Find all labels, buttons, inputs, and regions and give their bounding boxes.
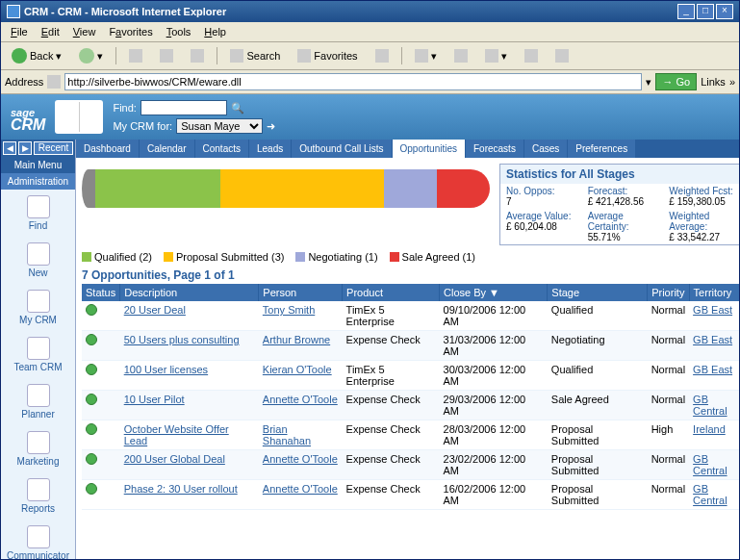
tab-leads[interactable]: Leads [249,140,292,158]
territory-link[interactable]: Ireland [693,423,726,435]
person-link[interactable]: Annette O'Toole [263,483,338,495]
table-row: Phase 2: 30 User rolloutAnnette O'TooleE… [82,480,739,510]
desc-link[interactable]: 50 Users plus consulting [124,334,240,345]
nav-item-my-crm[interactable]: My CRM [1,284,75,331]
nav-item-communicator[interactable]: Communicator [1,520,75,559]
person-link[interactable]: Kieran O'Toole [263,364,332,375]
desc-link[interactable]: Phase 2: 30 User rollout [124,483,238,495]
territory-link[interactable]: GB East [693,304,732,316]
forward-button[interactable]: ▾ [72,45,110,66]
search-button[interactable]: Search [223,46,287,65]
refresh-button[interactable] [153,46,180,65]
main-menu-header[interactable]: Main Menu [1,157,75,173]
person-link[interactable]: Brian Shanahan [263,423,311,446]
go-button[interactable]: → Go [655,73,697,90]
status-dot [86,423,97,435]
desc-link[interactable]: 10 User Pilot [124,394,185,405]
territory-link[interactable]: GB East [693,364,732,375]
nav-item-planner[interactable]: Planner [1,378,75,425]
menu-tools[interactable]: Tools [161,24,197,39]
address-bar: Address ▾ → Go Links » [1,70,739,94]
messenger-button[interactable] [549,46,575,65]
stats-title: Statistics for All Stages [500,165,739,184]
menu-file[interactable]: File [5,24,34,39]
desc-link[interactable]: 20 User Deal [124,304,186,316]
favorites-button[interactable]: Favorites [291,46,364,65]
back-button[interactable]: Back ▾ [5,45,68,66]
mycrm-go-icon[interactable]: ➜ [267,120,275,133]
links-label[interactable]: Links [701,76,726,88]
col-product[interactable]: Product [343,284,440,301]
table-row: 10 User PilotAnnette O'TooleExpense Chec… [82,391,739,420]
menu-edit[interactable]: Edit [36,24,65,39]
mycrm-select[interactable]: Susan Maye [176,118,263,134]
nav-item-marketing[interactable]: Marketing [1,425,75,472]
address-dropdown[interactable]: ▾ [646,76,651,89]
app-window: CRM - CRM - Microsoft Internet Explorer … [0,0,740,560]
tab-cases[interactable]: Cases [524,140,568,158]
nav-forward[interactable]: ▶ [18,141,32,155]
nav-back[interactable]: ◀ [3,141,16,155]
maximize-button[interactable]: □ [697,4,714,19]
tab-forecasts[interactable]: Forecasts [466,140,524,158]
col-person[interactable]: Person [259,284,343,301]
nav-item-new[interactable]: New [1,237,75,284]
admin-header[interactable]: Administration [1,173,75,190]
print-button[interactable] [447,46,474,65]
star-icon [297,49,311,63]
person-link[interactable]: Annette O'Toole [263,394,338,405]
mail-icon [415,49,428,63]
browser-toolbar: Back ▾ ▾ Search Favorites ▾ ▾ [1,42,739,70]
desc-link[interactable]: October Website Offer Lead [124,423,229,446]
tab-bar: DashboardCalendarContactsLeadsOutbound C… [76,140,739,158]
territory-link[interactable]: GB Central [693,453,727,476]
col-stage[interactable]: Stage [548,284,648,301]
grid-title: 7 Opportunities, Page 1 of 1 [82,268,739,282]
col-territory[interactable]: Territory [689,284,739,301]
history-button[interactable] [369,46,396,65]
nav-item-find[interactable]: Find [1,190,75,237]
desc-link[interactable]: 100 User licenses [124,364,208,375]
col-status[interactable]: Status [82,284,120,301]
menubar: File Edit View Favorites Tools Help [1,22,739,42]
col-description[interactable]: Description [120,284,259,301]
tab-preferences[interactable]: Preferences [568,140,636,158]
col-close-by[interactable]: Close By ▼ [440,284,548,301]
menu-view[interactable]: View [67,24,102,39]
desc-link[interactable]: 200 User Global Deal [124,453,225,465]
nav-recent[interactable]: Recent [34,141,73,155]
nav-item-reports[interactable]: Reports [1,472,75,520]
home-button[interactable] [184,46,211,65]
person-link[interactable]: Arthur Browne [263,334,330,345]
person-link[interactable]: Annette O'Toole [263,453,338,465]
territory-link[interactable]: GB Central [693,483,727,506]
territory-link[interactable]: GB East [693,334,732,345]
person-link[interactable]: Tony Smith [263,304,315,316]
close-button[interactable]: × [716,4,733,19]
tab-calendar[interactable]: Calendar [140,140,195,158]
nav-icon [27,242,50,266]
tab-dashboard[interactable]: Dashboard [76,140,140,158]
discuss-button[interactable] [518,46,545,65]
col-priority[interactable]: Priority [648,284,689,301]
tab-contacts[interactable]: Contacts [195,140,249,158]
nav-item-team-crm[interactable]: Team CRM [1,331,75,378]
menu-help[interactable]: Help [198,24,232,39]
stop-button[interactable] [122,46,149,65]
window-title: CRM - CRM - Microsoft Internet Explorer [24,6,674,17]
table-row: 50 Users plus consultingArthur BrowneExp… [82,331,739,361]
territory-link[interactable]: GB Central [693,394,727,417]
find-input[interactable] [140,100,227,115]
find-go-icon[interactable]: 🔍 [231,102,244,115]
table-row: October Website Offer LeadBrian Shanahan… [82,420,739,450]
minimize-button[interactable]: _ [677,4,695,19]
tab-outbound-call-lists[interactable]: Outbound Call Lists [292,140,392,158]
edit-button[interactable]: ▾ [478,46,514,65]
menu-favorites[interactable]: Favorites [103,24,158,39]
tab-opportunities[interactable]: Opportunities [393,140,466,158]
address-input[interactable] [64,73,642,90]
legend: Qualified (2) Proposal Submitted (3) Neg… [82,251,739,263]
status-dot [86,304,97,316]
mail-button[interactable]: ▾ [408,46,444,65]
links-chevron[interactable]: » [729,76,735,88]
